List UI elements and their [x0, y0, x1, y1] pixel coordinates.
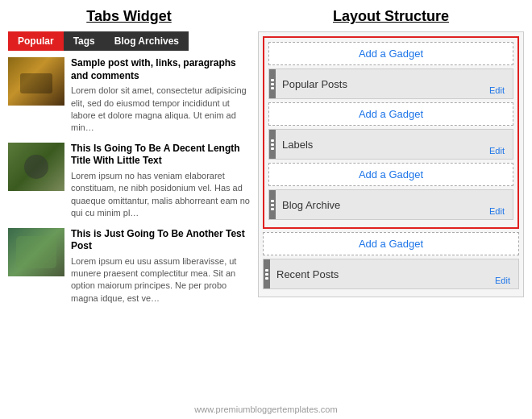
handle-dot	[271, 139, 274, 142]
footer-text: www.premiumbloggertemplates.com	[0, 404, 532, 414]
handle-dot	[265, 273, 268, 276]
post-thumbnail	[8, 228, 64, 276]
highlighted-section: Add a Gadget Popular Posts Edit Add a Ga…	[263, 36, 519, 229]
post-title: This Is Going To Be A Decent Length Titl…	[71, 143, 250, 168]
post-title: This is Just Going To Be Another Test Po…	[71, 228, 250, 253]
post-excerpt: Lorem dolor sit amet, consectetur adipis…	[71, 85, 250, 135]
add-gadget-button-3[interactable]: Add a Gadget	[268, 163, 513, 186]
add-gadget-button-2[interactable]: Add a Gadget	[268, 102, 513, 126]
tabs-widget-title: Tabs Widget	[8, 8, 250, 25]
gadget-label: Blog Archive	[276, 196, 513, 214]
layout-outer: Add a Gadget Popular Posts Edit Add a Ga…	[258, 31, 524, 297]
tabs-bar: Popular Tags Blog Archives	[8, 31, 250, 51]
handle-dot	[271, 143, 274, 146]
add-gadget-button-bottom[interactable]: Add a Gadget	[263, 232, 519, 255]
handle-dot	[271, 208, 274, 210]
post-thumbnail	[8, 57, 64, 106]
gadget-popular-posts: Popular Posts Edit	[268, 68, 513, 99]
handle-dot	[265, 269, 268, 272]
tab-tags[interactable]: Tags	[64, 31, 105, 51]
gadget-edit-button[interactable]: Edit	[490, 274, 515, 287]
list-item: This is Just Going To Be Another Test Po…	[8, 228, 250, 305]
layout-structure-title: Layout Structure	[258, 8, 524, 25]
add-gadget-button-1[interactable]: Add a Gadget	[268, 42, 513, 65]
drag-handle[interactable]	[269, 69, 276, 98]
gadget-edit-button[interactable]: Edit	[484, 144, 509, 157]
gadget-edit-button[interactable]: Edit	[484, 205, 509, 218]
gadget-recent-posts: Recent Posts Edit	[263, 259, 519, 289]
post-excerpt: Lorem ipsum eu usu assum liberavisse, ut…	[71, 255, 250, 305]
handle-dot	[271, 87, 274, 89]
gadget-label: Popular Posts	[276, 75, 513, 93]
layout-structure-panel: Layout Structure Add a Gadget Popular Po…	[258, 8, 524, 411]
tab-blog-archives[interactable]: Blog Archives	[105, 31, 189, 51]
drag-handle[interactable]	[264, 259, 270, 288]
handle-dot	[271, 200, 274, 202]
gadget-blog-archive: Blog Archive Edit	[268, 189, 513, 220]
gadget-label: Recent Posts	[270, 265, 518, 284]
gadget-label: Labels	[276, 135, 513, 154]
tabs-widget-panel: Tabs Widget Popular Tags Blog Archives S…	[8, 8, 250, 411]
posts-list: Sample post with, links, paragraphs and …	[8, 57, 250, 305]
post-thumbnail	[8, 143, 64, 191]
list-item: Sample post with, links, paragraphs and …	[8, 57, 250, 135]
gadget-edit-button[interactable]: Edit	[484, 84, 509, 97]
list-item: This Is Going To Be A Decent Length Titl…	[8, 143, 250, 220]
drag-handle[interactable]	[269, 190, 276, 219]
handle-dot	[271, 204, 274, 206]
drag-handle[interactable]	[269, 130, 276, 159]
handle-dot	[271, 147, 274, 150]
handle-dot	[265, 277, 268, 280]
handle-dot	[271, 79, 274, 81]
gadget-labels: Labels Edit	[268, 129, 513, 160]
post-title: Sample post with, links, paragraphs and …	[71, 57, 250, 82]
tab-popular[interactable]: Popular	[8, 31, 64, 51]
handle-dot	[271, 83, 274, 85]
post-excerpt: Lorem ipsum no has veniam elaboraret con…	[71, 170, 250, 220]
